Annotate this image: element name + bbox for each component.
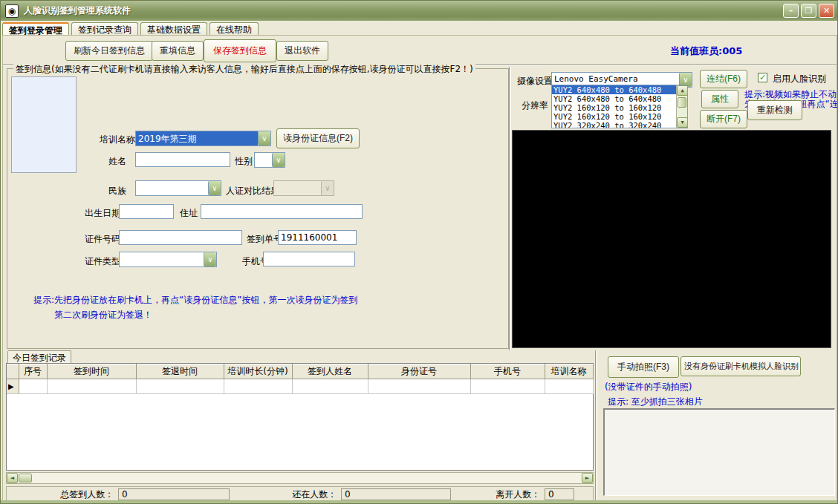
- ethnic-value: [136, 181, 208, 195]
- id-number-input[interactable]: [119, 230, 242, 245]
- chevron-down-icon: ∨: [321, 181, 334, 195]
- gender-value: [255, 153, 272, 167]
- ethnic-combobox[interactable]: ∨: [135, 180, 221, 196]
- total-signin-label: 总签到人数 :: [7, 488, 111, 501]
- name-label: 姓名: [108, 155, 126, 168]
- signin-group-title: 签到信息(如果没有二代证刷卡机请直接输入来访客人信息，输好后直接点上面的保存按钮…: [13, 63, 475, 76]
- address-input[interactable]: [201, 204, 363, 219]
- face-recognition-checkbox[interactable]: ✓: [758, 73, 767, 82]
- vertical-splitter: [509, 67, 511, 350]
- training-value: 2019年第三期: [136, 131, 258, 145]
- id-type-value: [120, 252, 204, 266]
- left-count-label: 离开人数 :: [466, 488, 537, 501]
- chevron-down-icon[interactable]: ∨: [208, 181, 221, 195]
- records-grid[interactable]: 序号 签到时间 签退时间 培训时长(分钟) 签到人姓名 身份证号 手机号 培训名…: [6, 363, 594, 471]
- signin-hint-line2: 第二次刷身份证为签退！: [54, 309, 152, 321]
- app-window: ◉ 人脸识别签到管理系统软件 – ❐ ✕ 签到登录管理 签到记录查询 基础数据设…: [0, 0, 838, 504]
- maximize-icon: ❐: [805, 6, 813, 16]
- current-duty-officer: 当前值班员:005: [670, 45, 742, 58]
- hscrollbar-thumb[interactable]: [19, 474, 32, 482]
- signin-info-group: 签到信息(如果没有二代证刷卡机请直接输入来访客人信息，输好后直接点上面的保存按钮…: [7, 68, 509, 349]
- read-id-card-button[interactable]: 读身份证信息(F2): [276, 128, 360, 148]
- chevron-down-icon[interactable]: ∨: [258, 131, 270, 145]
- training-label: 培训名称: [100, 134, 135, 146]
- birth-date-input[interactable]: [119, 204, 174, 219]
- app-icon-glyph: ◉: [8, 6, 16, 16]
- properties-button[interactable]: 属性: [701, 90, 738, 108]
- compare-result-combobox: ∨: [273, 180, 334, 196]
- maximize-button[interactable]: ❐: [801, 4, 816, 18]
- minimize-button[interactable]: –: [783, 4, 799, 18]
- face-recognition-label: 启用人脸识别: [773, 73, 826, 85]
- training-combobox[interactable]: 2019年第三期 ∨: [135, 131, 271, 146]
- camera-device-label: 摄像设置: [517, 75, 553, 88]
- col-person-name[interactable]: 签到人姓名: [292, 364, 368, 379]
- current-row-marker-icon: ▶: [7, 382, 14, 390]
- title-bar: ◉ 人脸识别签到管理系统软件 – ❐ ✕: [1, 1, 838, 21]
- chevron-down-icon[interactable]: ∨: [204, 252, 216, 266]
- disconnect-button[interactable]: 断开(F7): [700, 110, 747, 128]
- scroll-right-icon[interactable]: ►: [582, 473, 593, 483]
- captured-photos-area: [603, 408, 835, 496]
- id-type-label: 证件类型: [85, 255, 120, 268]
- save-signin-button[interactable]: 保存签到信息: [204, 39, 276, 62]
- camera-video-preview: [512, 130, 831, 348]
- records-hscrollbar[interactable]: ◄ ►: [6, 472, 594, 484]
- refill-info-button[interactable]: 重填信息: [152, 41, 204, 61]
- col-id-number[interactable]: 身份证号: [368, 364, 470, 379]
- col-seq[interactable]: 序号: [19, 364, 47, 379]
- simulate-face-recognition-button[interactable]: 没有身份证刷卡机模拟人脸识别: [681, 356, 801, 376]
- phone-input[interactable]: [263, 252, 355, 266]
- bottom-splitter: [595, 350, 597, 503]
- col-phone[interactable]: 手机号: [470, 364, 545, 379]
- name-input[interactable]: [135, 152, 230, 167]
- scroll-up-icon[interactable]: ▲: [677, 85, 688, 96]
- col-training-name[interactable]: 培训名称: [545, 364, 593, 379]
- gender-label: 性别: [235, 155, 253, 168]
- connect-button[interactable]: 连结(F6): [700, 70, 747, 88]
- left-count-value: 0: [545, 488, 574, 500]
- close-button[interactable]: ✕: [819, 4, 834, 18]
- present-count-value: 0: [341, 488, 451, 500]
- compare-result-label: 人证对比结果: [226, 185, 279, 197]
- gender-combobox[interactable]: ∨: [254, 152, 285, 168]
- exit-button[interactable]: 退出软件: [276, 41, 328, 61]
- resolution-option[interactable]: YUY2 320x240 to 320x240: [552, 121, 687, 128]
- birth-date-label: 出生日期: [85, 207, 120, 220]
- manual-capture-button[interactable]: 手动拍照(F3): [608, 356, 679, 378]
- resolution-label: 分辨率: [522, 99, 548, 112]
- resolution-option[interactable]: YUY2 160x120 to 160x120: [552, 112, 687, 121]
- main-content: 刷新今日签到信息 重填信息 保存签到信息 退出软件 当前值班员:005 签到信息…: [2, 35, 837, 503]
- signin-no-input[interactable]: [278, 230, 357, 245]
- id-type-combobox[interactable]: ∨: [119, 252, 217, 267]
- signin-no-label: 签到单号: [247, 233, 282, 246]
- col-signin-time[interactable]: 签到时间: [47, 364, 136, 379]
- app-icon: ◉: [5, 4, 19, 18]
- close-icon: ✕: [823, 6, 830, 16]
- total-signin-value: 0: [118, 488, 230, 500]
- resolution-scrollbar[interactable]: ▲ ▼: [676, 85, 687, 128]
- capture-note2: 提示: 至少抓拍三张相片: [608, 396, 703, 408]
- present-count-label: 还在人数 :: [244, 488, 334, 501]
- capture-note1: (没带证件的手动拍照): [605, 381, 692, 393]
- resolution-option[interactable]: YUY2 640x480 to 640x480: [552, 85, 687, 94]
- window-title: 人脸识别签到管理系统软件: [24, 4, 131, 17]
- scrollbar-thumb[interactable]: [678, 97, 686, 108]
- col-signout-time[interactable]: 签退时间: [136, 364, 224, 379]
- scroll-left-icon[interactable]: ◄: [7, 473, 18, 483]
- redetect-button[interactable]: 重新检测: [747, 100, 802, 120]
- resolution-listbox[interactable]: YUY2 640x480 to 640x480 YUY2 640x480 to …: [551, 85, 688, 128]
- chevron-down-icon[interactable]: ∨: [272, 153, 285, 167]
- grid-gutter-header: [7, 364, 19, 379]
- table-row[interactable]: ▶: [7, 379, 593, 394]
- minimize-icon: –: [789, 6, 793, 16]
- id-photo-placeholder: [11, 76, 77, 173]
- check-icon: ✓: [759, 73, 766, 82]
- resolution-option[interactable]: YUY2 640x480 to 640x480: [552, 94, 687, 103]
- resolution-option[interactable]: YUY2 160x120 to 160x120: [552, 103, 687, 112]
- ethnic-label: 民族: [108, 185, 126, 197]
- window-bottom-border: [1, 500, 838, 503]
- scroll-down-icon[interactable]: ▼: [677, 117, 688, 128]
- refresh-today-button[interactable]: 刷新今日签到信息: [65, 41, 153, 61]
- col-duration[interactable]: 培训时长(分钟): [224, 364, 292, 379]
